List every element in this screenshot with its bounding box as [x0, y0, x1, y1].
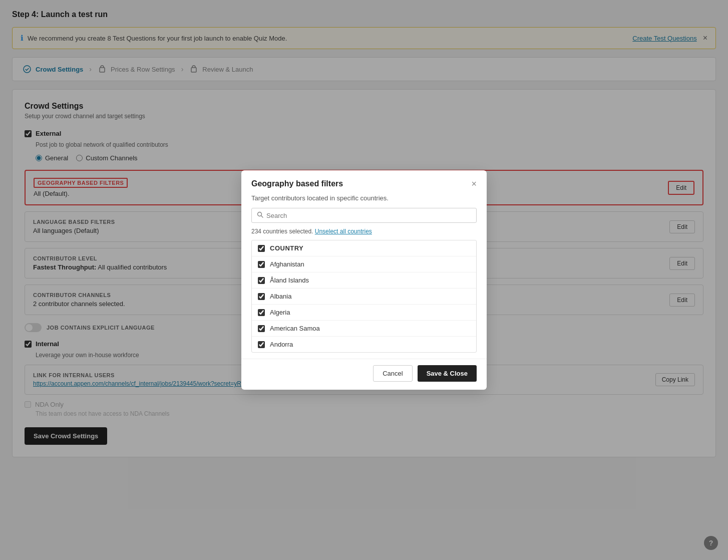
select-all-checkbox[interactable]	[258, 245, 265, 252]
checkbox-american-samoa[interactable]	[258, 325, 265, 332]
checkbox-algeria[interactable]	[258, 309, 265, 316]
checkbox-aland[interactable]	[258, 277, 265, 284]
checkbox-albania[interactable]	[258, 293, 265, 300]
country-item-american-samoa: American Samoa	[252, 321, 476, 337]
country-item-afghanistan: Afghanistan	[252, 256, 476, 272]
country-item-albania: Albania	[252, 289, 476, 305]
countries-selected-text: 234 countries selected.	[251, 228, 313, 235]
country-item-algeria: Algeria	[252, 305, 476, 321]
modal-header: Geography based filters ×	[241, 170, 487, 194]
svg-line-4	[261, 216, 263, 218]
country-item-aland: Åland Islands	[252, 272, 476, 289]
countries-info: 234 countries selected. Unselect all cou…	[251, 228, 477, 235]
country-name-aland: Åland Islands	[270, 276, 309, 284]
country-name-albania: Albania	[270, 293, 291, 300]
country-name-andorra: Andorra	[270, 341, 293, 348]
search-bar	[251, 208, 477, 223]
checkbox-andorra[interactable]	[258, 341, 265, 348]
country-list: COUNTRY Afghanistan Åland Islands Albani…	[251, 240, 477, 353]
modal-cancel-button[interactable]: Cancel	[373, 365, 412, 382]
modal-title: Geography based filters	[251, 179, 343, 188]
country-column-header: COUNTRY	[270, 244, 303, 252]
checkbox-afghanistan[interactable]	[258, 261, 265, 268]
country-list-header: COUNTRY	[252, 240, 476, 256]
geography-modal: Geography based filters × Target contrib…	[241, 170, 487, 390]
modal-description: Target contributors located in specific …	[251, 194, 477, 202]
modal-close-button[interactable]: ×	[471, 179, 477, 188]
modal-footer: Cancel Save & Close	[241, 359, 487, 390]
country-item-andorra: Andorra	[252, 337, 476, 352]
country-name-afghanistan: Afghanistan	[270, 260, 304, 268]
modal-save-close-button[interactable]: Save & Close	[418, 365, 477, 382]
modal-body: Target contributors located in specific …	[241, 194, 487, 359]
country-name-american-samoa: American Samoa	[270, 325, 320, 332]
unselect-all-link[interactable]: Unselect all countries	[315, 228, 372, 235]
modal-overlay: Geography based filters × Target contrib…	[0, 0, 728, 560]
search-input[interactable]	[266, 212, 471, 219]
search-icon	[257, 211, 263, 219]
country-name-algeria: Algeria	[270, 309, 290, 316]
